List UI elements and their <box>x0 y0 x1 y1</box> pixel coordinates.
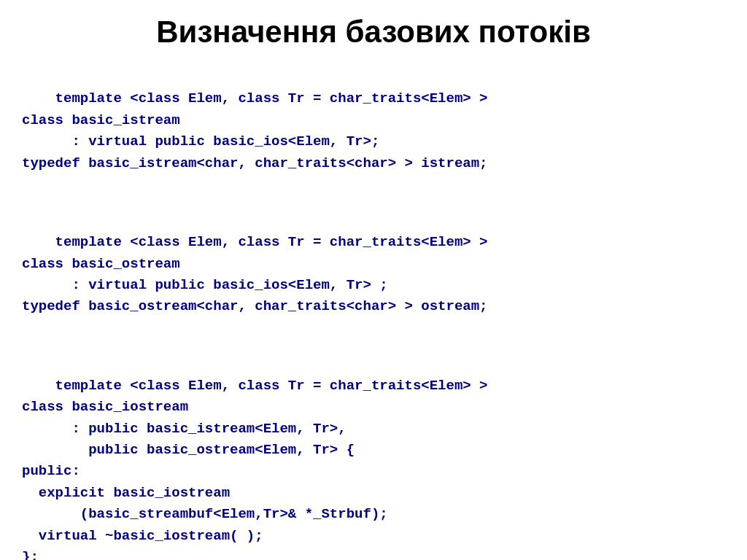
iostream-line-9: }; <box>22 549 39 560</box>
istream-line-2: class basic_istream <box>22 112 180 128</box>
ostream-line-3: : virtual public basic_ios<Elem, Tr> ; <box>22 277 388 293</box>
iostream-code-section: template <class Elem, class Tr = char_tr… <box>22 354 725 560</box>
iostream-line-7: (basic_streambuf<Elem,Tr>& *_Strbuf); <box>22 506 388 522</box>
iostream-line-3: : public basic_istream<Elem, Tr>, <box>22 421 347 437</box>
iostream-line-4: public basic_ostream<Elem, Tr> { <box>22 442 355 458</box>
page-title: Визначення базових потоків <box>22 15 725 50</box>
ostream-code-section: template <class Elem, class Tr = char_tr… <box>22 211 725 340</box>
iostream-line-1: template <class Elem, class Tr = char_tr… <box>55 378 488 394</box>
code-content: template <class Elem, class Tr = char_tr… <box>22 67 725 560</box>
istream-code-section: template <class Elem, class Tr = char_tr… <box>22 67 725 196</box>
iostream-line-5: public: <box>22 463 80 479</box>
ostream-line-4: typedef basic_ostream<char, char_traits<… <box>22 298 488 314</box>
ostream-line-2: class basic_ostream <box>22 256 180 272</box>
istream-line-1: template <class Elem, class Tr = char_tr… <box>55 90 488 106</box>
iostream-line-2: class basic_iostream <box>22 399 188 415</box>
istream-line-3: : virtual public basic_ios<Elem, Tr>; <box>22 133 379 149</box>
iostream-line-6: explicit basic_iostream <box>22 485 230 501</box>
ostream-line-1: template <class Elem, class Tr = char_tr… <box>55 234 488 250</box>
iostream-line-8: virtual ~basic_iostream( ); <box>22 528 263 544</box>
istream-line-4: typedef basic_istream<char, char_traits<… <box>22 155 488 171</box>
